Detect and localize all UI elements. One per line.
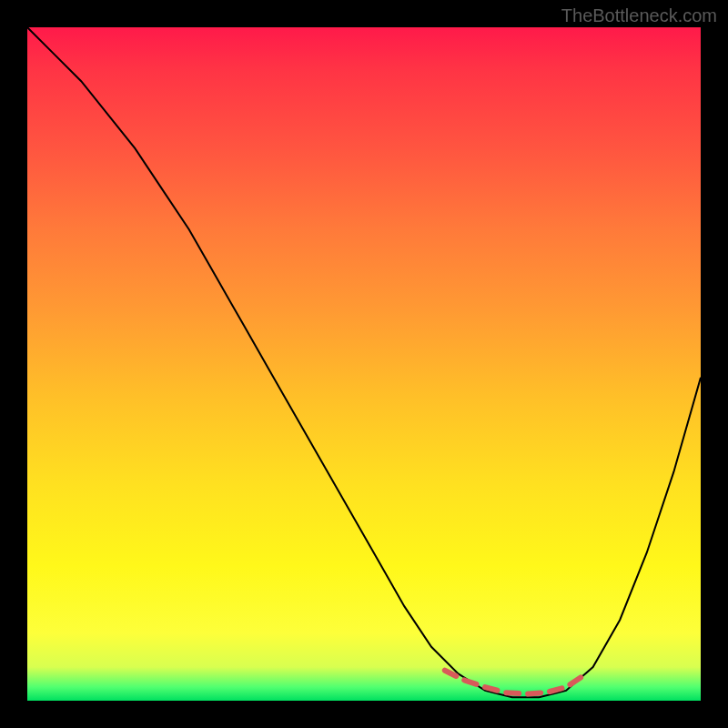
bottleneck-curve-line bbox=[27, 27, 701, 697]
watermark-text: TheBottleneck.com bbox=[561, 5, 717, 26]
chart-plot-area bbox=[27, 27, 701, 701]
chart-svg bbox=[27, 27, 701, 701]
